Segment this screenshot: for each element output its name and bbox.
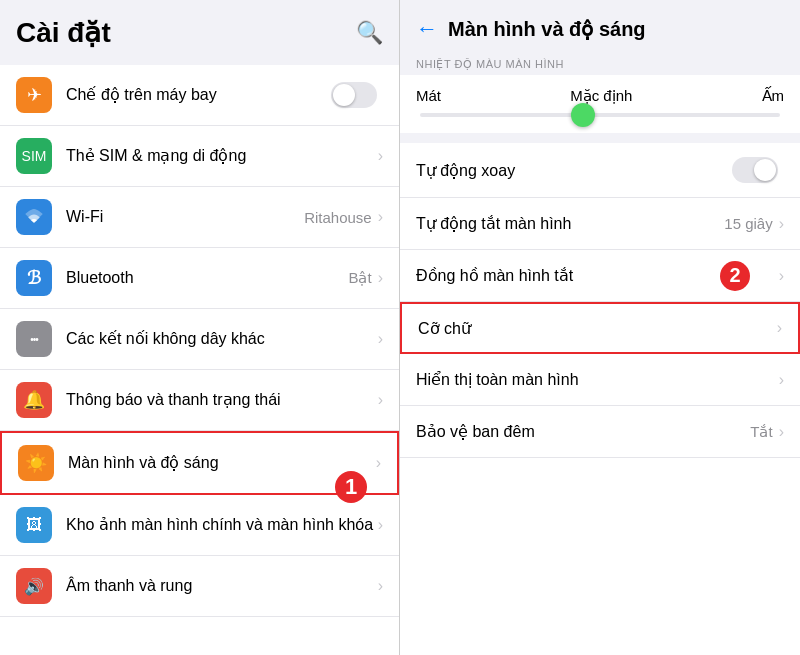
bluetooth-value: Bật	[348, 269, 371, 287]
display-icon: ☀️	[18, 445, 54, 481]
night-chevron: ›	[779, 423, 784, 441]
right-header: ← Màn hình và độ sáng	[400, 0, 800, 50]
search-icon[interactable]: 🔍	[356, 20, 383, 46]
setting-network[interactable]: ••• Các kết nối không dây khác ›	[0, 309, 399, 370]
wifi-chevron: ›	[378, 208, 383, 226]
left-panel-title: Cài đặt	[16, 16, 111, 49]
network-chevron: ›	[378, 330, 383, 348]
setting-wifi[interactable]: Wi-Fi Ritahouse ›	[0, 187, 399, 248]
notification-icon: 🔔	[16, 382, 52, 418]
network-label: Các kết nối không dây khác	[66, 329, 378, 350]
notification-chevron: ›	[378, 391, 383, 409]
setting-sim[interactable]: SIM Thẻ SIM & mạng di động ›	[0, 126, 399, 187]
airplane-label: Chế độ trên máy bay	[66, 85, 331, 106]
right-settings-list: Tự động xoay Tự động tắt màn hình 15 giâ…	[400, 143, 800, 655]
auto-off-chevron: ›	[779, 215, 784, 233]
bluetooth-chevron: ›	[378, 269, 383, 287]
badge-1: 1	[335, 471, 367, 503]
font-size-label: Cỡ chữ	[418, 319, 777, 338]
wifi-value: Ritahouse	[304, 209, 372, 226]
fullscreen-chevron: ›	[779, 371, 784, 389]
notification-label: Thông báo và thanh trạng thái	[66, 390, 378, 411]
setting-wallpaper[interactable]: 🖼 Kho ảnh màn hình chính và màn hình khó…	[0, 495, 399, 556]
left-header: Cài đặt 🔍	[0, 0, 399, 57]
settings-left-panel: Cài đặt 🔍 ✈ Chế độ trên máy bay SIM Thẻ …	[0, 0, 400, 655]
auto-rotate-toggle[interactable]	[732, 157, 778, 183]
bluetooth-label: Bluetooth	[66, 268, 348, 289]
back-button[interactable]: ←	[416, 16, 438, 42]
fullscreen-label: Hiển thị toàn màn hình	[416, 370, 779, 389]
section-label: NHIỆT ĐỘ MÀU MÀN HÌNH	[400, 50, 800, 75]
airplane-toggle[interactable]	[331, 82, 377, 108]
setting-auto-rotate[interactable]: Tự động xoay	[400, 143, 800, 198]
color-temp-section: NHIỆT ĐỘ MÀU MÀN HÌNH Mát Mặc định Ấm	[400, 50, 800, 135]
sim-icon: SIM	[16, 138, 52, 174]
auto-off-value: 15 giây	[724, 215, 772, 232]
slider-label-warm: Ấm	[762, 87, 785, 105]
font-size-chevron: ›	[777, 319, 782, 337]
sim-chevron: ›	[378, 147, 383, 165]
right-panel-title: Màn hình và độ sáng	[448, 17, 646, 41]
wallpaper-chevron: ›	[378, 516, 383, 534]
wallpaper-label: Kho ảnh màn hình chính và màn hình khóa	[66, 515, 378, 536]
wifi-label: Wi-Fi	[66, 207, 304, 228]
setting-bluetooth[interactable]: ℬ Bluetooth Bật ›	[0, 248, 399, 309]
color-temp-thumb[interactable]	[571, 103, 595, 127]
setting-font-size[interactable]: Cỡ chữ ›	[400, 302, 800, 354]
auto-off-label: Tự động tắt màn hình	[416, 214, 724, 233]
sim-label: Thẻ SIM & mạng di động	[66, 146, 378, 167]
badge-2: 2	[720, 261, 750, 291]
airplane-icon: ✈	[16, 77, 52, 113]
setting-notification[interactable]: 🔔 Thông báo và thanh trạng thái ›	[0, 370, 399, 431]
night-value: Tắt	[750, 423, 772, 441]
display-right-panel: ← Màn hình và độ sáng NHIỆT ĐỘ MÀU MÀN H…	[400, 0, 800, 655]
wifi-icon	[16, 199, 52, 235]
slider-label-cool: Mát	[416, 87, 441, 105]
display-label: Màn hình và độ sáng	[68, 453, 376, 474]
bluetooth-icon: ℬ	[16, 260, 52, 296]
sound-chevron: ›	[378, 577, 383, 595]
wallpaper-icon: 🖼	[16, 507, 52, 543]
slider-labels: Mát Mặc định Ấm	[416, 87, 784, 105]
setting-display[interactable]: ☀️ Màn hình và độ sáng › 1	[0, 431, 399, 495]
network-icon: •••	[16, 321, 52, 357]
setting-clock-off[interactable]: Đồng hồ màn hình tắt › 2	[400, 250, 800, 302]
color-temp-track[interactable]	[420, 113, 780, 117]
setting-sound[interactable]: 🔊 Âm thanh và rung ›	[0, 556, 399, 617]
setting-night[interactable]: Bảo vệ ban đêm Tắt ›	[400, 406, 800, 458]
sound-label: Âm thanh và rung	[66, 576, 378, 597]
display-chevron: ›	[376, 454, 381, 472]
clock-off-chevron: ›	[779, 267, 784, 285]
setting-airplane[interactable]: ✈ Chế độ trên máy bay	[0, 65, 399, 126]
setting-fullscreen[interactable]: Hiển thị toàn màn hình ›	[400, 354, 800, 406]
sound-icon: 🔊	[16, 568, 52, 604]
setting-auto-off[interactable]: Tự động tắt màn hình 15 giây ›	[400, 198, 800, 250]
night-label: Bảo vệ ban đêm	[416, 422, 750, 441]
color-temp-slider-container: Mát Mặc định Ấm	[400, 75, 800, 133]
auto-rotate-label: Tự động xoay	[416, 161, 732, 180]
settings-list: ✈ Chế độ trên máy bay SIM Thẻ SIM & mạng…	[0, 65, 399, 655]
